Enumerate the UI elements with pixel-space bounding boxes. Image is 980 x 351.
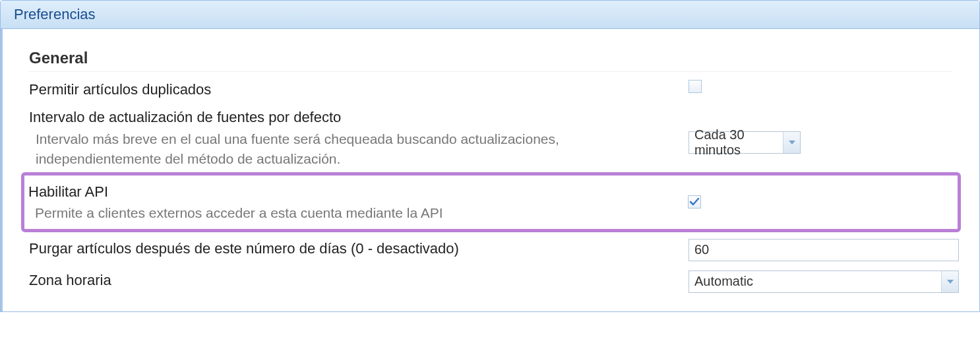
timezone-select[interactable]: Automatic <box>689 271 959 293</box>
timezone-label: Zona horaria <box>29 271 675 291</box>
enable-api-checkbox[interactable] <box>688 195 701 208</box>
row-timezone: Zona horaria Automatic <box>29 271 953 296</box>
update-interval-select[interactable]: Cada 30 minutos <box>689 131 801 154</box>
allow-duplicates-label: Permitir artículos duplicados <box>29 80 675 100</box>
preferences-panel: Preferencias General Permitir artículos … <box>0 0 980 312</box>
enable-api-label: Habilitar API <box>28 182 675 203</box>
section-title-general: General <box>29 49 953 72</box>
panel-title: Preferencias <box>1 1 979 29</box>
update-interval-desc: Intervalo más breve en el cual una fuent… <box>29 129 675 170</box>
update-interval-value: Cada 30 minutos <box>689 132 783 153</box>
row-allow-duplicates: Permitir artículos duplicados <box>29 80 953 105</box>
update-interval-label: Intervalo de actualización de fuentes po… <box>29 108 675 128</box>
row-enable-api: Habilitar API Permite a clientes externo… <box>28 182 954 224</box>
row-update-interval: Intervalo de actualización de fuentes po… <box>29 108 953 170</box>
purge-days-input[interactable] <box>689 239 959 261</box>
chevron-down-icon[interactable] <box>783 132 800 153</box>
chevron-down-icon[interactable] <box>941 271 958 292</box>
purge-days-label: Purgar artículos después de este número … <box>29 239 675 259</box>
enable-api-highlight: Habilitar API Permite a clientes externo… <box>21 172 961 232</box>
allow-duplicates-checkbox[interactable] <box>689 80 702 93</box>
enable-api-desc: Permite a clientes externos acceder a es… <box>28 203 675 223</box>
panel-body: General Permitir artículos duplicados In… <box>1 29 979 311</box>
timezone-value: Automatic <box>689 271 941 292</box>
row-purge-days: Purgar artículos después de este número … <box>29 239 953 264</box>
